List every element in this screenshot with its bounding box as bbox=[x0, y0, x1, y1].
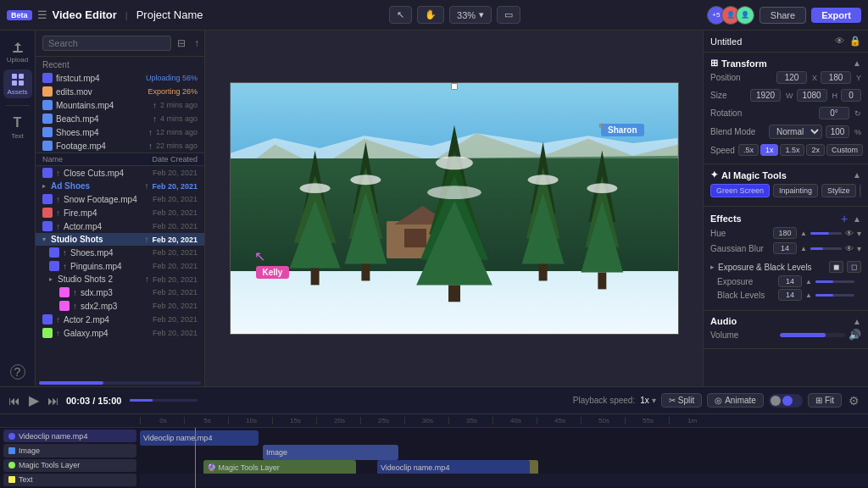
exposure-title[interactable]: Exposure & Black Levels ◼ ◻ bbox=[710, 259, 861, 274]
list-item[interactable]: ↑ Actor.mp4 Feb 20, 2021 bbox=[36, 219, 204, 233]
position-x-input[interactable] bbox=[776, 71, 807, 84]
video-preview: Sharon ↖ Kelly ↖ bbox=[230, 82, 679, 335]
fit-button[interactable]: ⊞ Fit bbox=[808, 393, 842, 408]
blur-input[interactable] bbox=[773, 242, 797, 254]
speed-1x[interactable]: 1x bbox=[760, 144, 779, 156]
ai-tab-green-screen[interactable]: Green Screen bbox=[710, 184, 770, 197]
search-input[interactable] bbox=[42, 36, 171, 51]
track-row-2[interactable]: Image bbox=[140, 444, 868, 457]
share-button[interactable]: Share bbox=[760, 7, 806, 24]
hand-tool[interactable]: ✋ bbox=[417, 6, 444, 24]
menu-icon[interactable]: ☰ bbox=[37, 8, 47, 21]
animate-button[interactable]: ◎ Animate bbox=[707, 393, 764, 408]
recent-file-1[interactable]: firstcut.mp4 Uploading 56% bbox=[36, 71, 204, 85]
ai-tab-stylize[interactable]: Stylize bbox=[821, 184, 856, 197]
speed-2x[interactable]: 2x bbox=[806, 144, 825, 156]
speed-custom[interactable]: Custom bbox=[826, 144, 863, 156]
list-item[interactable]: ↑ Close Cuts.mp4 Feb 20, 2021 bbox=[36, 166, 204, 180]
size-h-input[interactable] bbox=[797, 89, 827, 102]
position-y-input[interactable] bbox=[821, 71, 851, 84]
exposure-icon-1[interactable]: ◼ bbox=[829, 261, 843, 273]
track-row-3[interactable]: 🔮 Magic Tools Layer Text Videoclip name.… bbox=[140, 459, 868, 472]
hue-slider[interactable] bbox=[810, 232, 842, 235]
ai-icon: ✦ bbox=[710, 169, 718, 180]
chevron-down-icon[interactable]: ▾ bbox=[857, 229, 861, 238]
effects-header[interactable]: Effects + ▲ bbox=[710, 212, 861, 225]
list-item[interactable]: ▸ Ad Shoes ↑ Feb 20, 2021 bbox=[36, 180, 204, 192]
video-icon bbox=[42, 141, 53, 151]
up-icon: ▲ bbox=[800, 245, 807, 252]
svg-rect-1 bbox=[12, 74, 17, 79]
sidebar-item-upload[interactable]: Upload bbox=[3, 37, 32, 66]
recent-file-4[interactable]: Beach.mp4 ↑ 4 mins ago bbox=[36, 112, 204, 125]
cursor-icon-2: ↖ bbox=[254, 248, 265, 264]
ai-tab-colorize[interactable]: Coloriz bbox=[860, 184, 861, 197]
sidebar-item-help[interactable]: ? bbox=[3, 358, 32, 386]
audio-header[interactable]: Audio ▲ bbox=[710, 316, 861, 326]
project-name[interactable]: Project Name bbox=[136, 8, 203, 21]
chevron-down-icon[interactable]: ▾ bbox=[857, 244, 861, 253]
speed-15x[interactable]: 1.5x bbox=[780, 144, 804, 156]
play-button[interactable]: ▶ bbox=[27, 391, 41, 410]
ai-magic-header[interactable]: ✦ AI Magic Tools ▲ bbox=[710, 169, 861, 180]
zoom-control[interactable]: 33% ▾ bbox=[449, 6, 492, 24]
track-row-1[interactable]: Videoclip name.mp4 bbox=[140, 430, 868, 442]
list-item[interactable]: ▸ Studio Shots 2 ↑ Feb 20, 2021 bbox=[36, 273, 204, 286]
skip-forward-button[interactable]: ⏭ bbox=[46, 392, 61, 409]
eye-icon[interactable]: 👁 bbox=[845, 244, 854, 253]
upload-button[interactable]: ↑ bbox=[192, 36, 202, 50]
timeline-ruler: 0s 5s 10s 15s 20s 25s 30s 35s 40s 45s 50… bbox=[0, 414, 868, 428]
size-row: Size W H bbox=[710, 86, 861, 104]
filter-button[interactable]: ⊟ bbox=[175, 36, 188, 50]
svg-rect-21 bbox=[538, 264, 547, 281]
settings-button[interactable]: ⚙ bbox=[847, 392, 861, 409]
rotation-input[interactable] bbox=[819, 107, 849, 119]
preview-area[interactable]: Sharon ↖ Kelly ↖ bbox=[205, 30, 703, 386]
select-tool[interactable]: ↖ bbox=[389, 6, 412, 24]
exposure-slider[interactable] bbox=[815, 280, 854, 283]
recent-file-3[interactable]: Mountains.mp4 ↑ 2 mins ago bbox=[36, 98, 204, 112]
add-effect-button[interactable]: + bbox=[841, 212, 848, 225]
blend-pct-input[interactable] bbox=[826, 125, 849, 138]
svg-rect-9 bbox=[448, 285, 460, 302]
ai-tab-inpainting[interactable]: Inpainting bbox=[773, 184, 818, 197]
screen-size-tool[interactable]: ▭ bbox=[497, 6, 520, 24]
recent-file-2[interactable]: edits.mov Exporting 26% bbox=[36, 85, 204, 98]
black-levels-input[interactable] bbox=[778, 289, 802, 301]
sidebar-item-assets[interactable]: Assets bbox=[3, 69, 32, 98]
lock-icon[interactable]: 🔒 bbox=[849, 36, 861, 47]
sidebar-item-text[interactable]: T Text bbox=[3, 113, 32, 141]
eye-icon[interactable]: 👁 bbox=[835, 36, 844, 47]
size-lock-input[interactable] bbox=[841, 89, 861, 102]
list-item[interactable]: ↑ Snow Footage.mp4 Feb 20, 2021 bbox=[36, 192, 204, 206]
blend-mode-select[interactable]: Normal bbox=[769, 125, 822, 139]
list-item[interactable]: ↑ sdx.mp3 Feb 20, 2021 bbox=[36, 286, 204, 299]
export-button[interactable]: Export bbox=[811, 8, 861, 23]
hue-input[interactable] bbox=[773, 227, 797, 239]
blur-slider[interactable] bbox=[810, 247, 842, 250]
exposure-icon-2[interactable]: ◻ bbox=[847, 261, 861, 273]
exposure-input[interactable] bbox=[778, 275, 802, 287]
transform-header[interactable]: ⊞ Transform ▲ bbox=[710, 58, 861, 69]
toggle-switch[interactable] bbox=[769, 394, 803, 408]
video-icon bbox=[42, 221, 53, 231]
list-item[interactable]: ↑ Fire.mp4 Feb 20, 2021 bbox=[36, 206, 204, 219]
list-item[interactable]: ↑ Pinguins.mp4 Feb 20, 2021 bbox=[36, 259, 204, 273]
skip-back-button[interactable]: ⏮ bbox=[7, 392, 22, 409]
volume-slider[interactable] bbox=[780, 333, 846, 337]
recent-file-6[interactable]: Footage.mp4 ↑ 22 mins ago bbox=[36, 139, 204, 152]
list-item[interactable]: ↑ Shoes.mp4 Feb 20, 2021 bbox=[36, 246, 204, 259]
track-row-4[interactable] bbox=[140, 474, 868, 486]
list-item[interactable]: ↑ Actor 2.mp4 Feb 20, 2021 bbox=[36, 313, 204, 326]
black-levels-slider[interactable] bbox=[815, 294, 854, 297]
split-button[interactable]: ✂ Split bbox=[661, 393, 702, 408]
list-item[interactable]: ↑ sdx2.mp3 Feb 20, 2021 bbox=[36, 299, 204, 313]
timeline-controls: ⏮ ▶ ⏭ 00:03 / 15:00 Playback speed: 1x ▾… bbox=[0, 387, 868, 414]
recent-file-5[interactable]: Shoes.mp4 ↑ 12 mins ago bbox=[36, 125, 204, 139]
speed-05x[interactable]: .5x bbox=[738, 144, 759, 156]
list-item-studio-shots[interactable]: ▾ Studio Shots ↑ Feb 20, 2021 bbox=[36, 233, 204, 246]
list-item[interactable]: ↑ Galaxy.mp4 Feb 20, 2021 bbox=[36, 326, 204, 340]
eye-icon[interactable]: 👁 bbox=[845, 229, 854, 238]
size-w-input[interactable] bbox=[750, 89, 781, 102]
file-search-bar: ⊟ ↑ … bbox=[36, 30, 204, 57]
